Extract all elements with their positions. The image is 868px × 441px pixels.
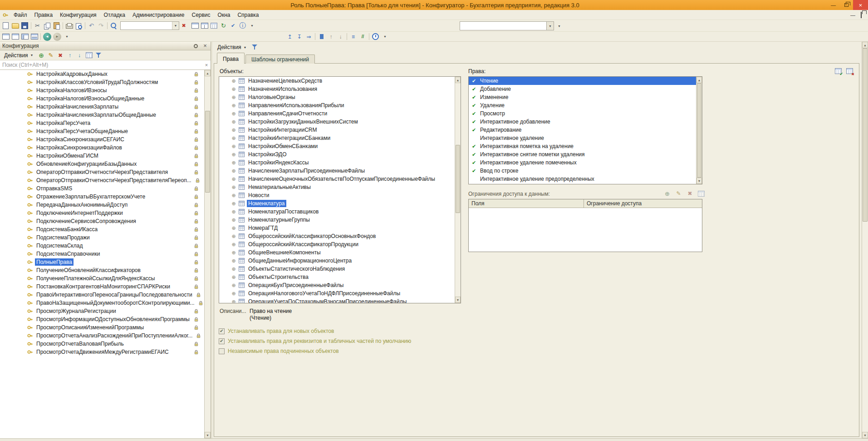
object-item[interactable]: ⊕ ОбъектыСтатистическогоНаблюдения: [219, 265, 455, 273]
menu-item[interactable]: Отладка: [100, 10, 129, 20]
right-item[interactable]: ✔ Просмотр: [469, 109, 696, 118]
nav-back-icon[interactable]: ◄: [43, 33, 51, 41]
object-item[interactable]: ⊕ ОбщероссийскийКлассификаторОсновныхФон…: [219, 232, 455, 240]
tree-item[interactable]: НастройкаНачисленияЗарплаты: [0, 103, 204, 111]
expand-icon[interactable]: ⊕: [231, 209, 236, 215]
scroll-up-icon[interactable]: ▲: [455, 77, 461, 83]
combobox-dropdown-icon[interactable]: ▼: [546, 22, 554, 30]
scroll-up-icon[interactable]: ▲: [205, 70, 211, 76]
add-restriction-icon[interactable]: ⊕: [662, 189, 672, 198]
set-all-rights-icon[interactable]: [834, 66, 843, 75]
scroll-thumb[interactable]: [456, 145, 460, 213]
cut-icon[interactable]: ✂: [33, 21, 42, 30]
scroll-thumb[interactable]: [863, 48, 868, 222]
panel-header[interactable]: Конфигурация ×: [0, 42, 211, 50]
delete-restriction-icon[interactable]: ✖: [685, 189, 695, 198]
right-item[interactable]: ✔ Ввод по строке: [469, 167, 696, 175]
object-item[interactable]: ⊕ НачислениеЗарплатыПрисоединенныеФайлы: [219, 167, 455, 175]
rights-list[interactable]: ✔ Чтение ✔ Добавление ✔ Изменение: [468, 76, 702, 184]
nav-forward-icon[interactable]: ►: [53, 33, 61, 41]
restrictions-table[interactable]: Поля Ограничение доступа: [468, 199, 702, 252]
object-item[interactable]: ⊕ ОперацияБухПрисоединенныеФайлы: [219, 281, 455, 289]
tree-item[interactable]: ОбновлениеКонфигурацииБазыДанных: [0, 160, 204, 168]
tree-item[interactable]: ПередачаДанныхАнонимныйДоступ: [0, 201, 204, 209]
tree-item[interactable]: НастройкаСинхронизацииСЕГАИС: [0, 135, 204, 144]
object-item[interactable]: ⊕ НастройкиОбменСБанками: [219, 142, 455, 150]
filter-icon[interactable]: [250, 43, 260, 52]
toolbar-overflow-icon[interactable]: ▼: [558, 25, 561, 28]
more-caret-icon[interactable]: ▼: [247, 21, 257, 30]
object-item[interactable]: ⊕ НаправленияСдачиОтчетности: [219, 109, 455, 118]
object-item[interactable]: ⊕ НазначениеЦелевыхСредств: [219, 77, 455, 85]
save-icon[interactable]: [20, 21, 29, 30]
right-item[interactable]: ✔ Чтение: [469, 77, 696, 85]
scroll-down-icon[interactable]: ▼: [205, 432, 211, 438]
dock-bottom-icon[interactable]: [29, 32, 39, 41]
object-item[interactable]: ⊕ ОперацияУчетаПоСтраховымВзносамПрисоед…: [219, 297, 455, 303]
stopwatch-icon[interactable]: [371, 32, 380, 41]
combobox-field[interactable]: ▼: [460, 21, 554, 30]
search-input[interactable]: [0, 60, 202, 69]
scroll-thumb[interactable]: [697, 83, 701, 178]
object-item[interactable]: ⊕ ОперацияНалоговогоУчетаПоНДФЛПрисоедин…: [219, 289, 455, 297]
expand-icon[interactable]: ⊕: [231, 168, 236, 174]
close-button[interactable]: ×: [853, 0, 868, 10]
timer-caret-icon[interactable]: ▼: [380, 32, 390, 41]
right-item[interactable]: ✔ Редактирование: [469, 126, 696, 134]
object-item[interactable]: ⊕ Номенклатура: [219, 199, 455, 208]
open-icon[interactable]: [10, 21, 20, 30]
role-list[interactable]: НастройкаКадровыхДанных НастройкаКлассов…: [0, 70, 204, 438]
expand-icon[interactable]: ⊕: [231, 127, 236, 133]
expand-icon[interactable]: ⊕: [231, 111, 236, 117]
history-caret-icon[interactable]: ▼: [62, 32, 72, 41]
tree-item[interactable]: ПолучениеОбновленийКлассификаторов: [0, 266, 204, 274]
objects-list[interactable]: ⊕ НазначениеЦелевыхСредств ⊕ НазначенияИ…: [219, 76, 461, 303]
expand-icon[interactable]: ⊕: [231, 160, 236, 166]
pin-icon[interactable]: [194, 44, 198, 48]
search-clear-icon[interactable]: ×: [202, 62, 211, 68]
expand-icon[interactable]: ⊕: [231, 103, 236, 109]
object-item[interactable]: ⊕ НастройкиЭДО: [219, 150, 455, 159]
menu-item[interactable]: Справка: [234, 10, 262, 20]
window-new-icon[interactable]: [190, 21, 200, 30]
expand-icon[interactable]: ⊕: [231, 282, 236, 288]
objects-scrollbar[interactable]: ▲ ▼: [455, 77, 461, 303]
tree-item[interactable]: ПросмотрЖурналаРегистрации: [0, 307, 204, 315]
menu-item[interactable]: Администрирование: [129, 10, 188, 20]
tree-item[interactable]: ПросмотрОписанияИзмененийПрограммы: [0, 323, 204, 332]
expand-icon[interactable]: ⊕: [231, 266, 236, 272]
format-module-icon[interactable]: ≡: [348, 32, 358, 41]
tree-item[interactable]: ПравоИнтерактивногоПереносаГраницыПослед…: [0, 291, 204, 299]
tree-item[interactable]: НастройкаПерсУчетаОбщиеДанные: [0, 127, 204, 135]
expand-icon[interactable]: ⊕: [231, 250, 236, 256]
edit-restriction-icon[interactable]: ✎: [674, 189, 683, 198]
desktop-window-icon[interactable]: [1, 32, 10, 41]
tree-item[interactable]: ПолучениеПлатежнойСсылкиДляЯндексКассы: [0, 274, 204, 282]
tree-item[interactable]: ОператорОтправкиОтчетностиЧерезПредстави…: [0, 176, 204, 184]
tab-rights[interactable]: Права: [217, 53, 245, 64]
child-minimize-button[interactable]: —: [850, 12, 855, 18]
editor-scrollbar[interactable]: ▲ ▼: [862, 42, 868, 438]
object-item[interactable]: ⊕ НомераГТД: [219, 224, 455, 232]
scroll-up-icon[interactable]: ▲: [696, 77, 702, 83]
tree-item[interactable]: ПолныеПрава: [0, 258, 204, 266]
tree-item[interactable]: ПодсистемаПродажи: [0, 233, 204, 242]
expand-icon[interactable]: ⊕: [231, 233, 236, 239]
actions-menu-button[interactable]: Действия ▼: [214, 43, 250, 51]
tree-item[interactable]: ОтражениеЗарплатыВБухгалтерскомУчете: [0, 193, 204, 201]
right-item[interactable]: ✔ Удаление: [469, 101, 696, 109]
scroll-thumb[interactable]: [205, 111, 210, 193]
right-item[interactable]: ✔ Интерактивное снятие пометки удаления: [469, 150, 696, 159]
child-restore-button[interactable]: [861, 12, 862, 18]
tree-item[interactable]: НастройкиОбменаГИСМ: [0, 152, 204, 160]
copy-icon[interactable]: [42, 21, 52, 30]
windows-list-icon[interactable]: [10, 32, 20, 41]
object-item[interactable]: ⊕ НематериальныеАктивы: [219, 183, 455, 191]
refresh-icon[interactable]: ↻: [219, 21, 228, 30]
tree-item[interactable]: НастройкаНалоговИВзносыОбщиеДанные: [0, 94, 204, 103]
menu-item[interactable]: Сервис: [188, 10, 214, 20]
object-item[interactable]: ⊕ НастройкиЗагрузкиДанныхВнешнихСистем: [219, 118, 455, 126]
goto-definition-icon[interactable]: ⇒: [304, 32, 314, 41]
expand-icon[interactable]: ⊕: [231, 184, 236, 190]
right-item[interactable]: ✔ Интерактивное удаление помеченных: [469, 159, 696, 167]
